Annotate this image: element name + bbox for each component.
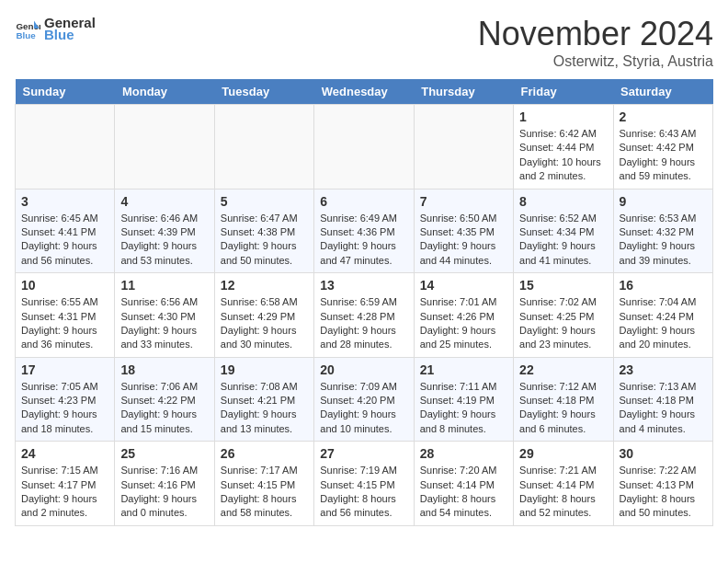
day-info: Sunrise: 6:50 AM Sunset: 4:35 PM Dayligh… bbox=[420, 212, 507, 269]
calendar-cell: 18Sunrise: 7:06 AM Sunset: 4:22 PM Dayli… bbox=[115, 357, 214, 442]
day-number: 3 bbox=[21, 194, 108, 209]
week-row-2: 3Sunrise: 6:45 AM Sunset: 4:41 PM Daylig… bbox=[16, 189, 713, 273]
day-number: 23 bbox=[620, 362, 707, 377]
day-info: Sunrise: 6:55 AM Sunset: 4:31 PM Dayligh… bbox=[21, 295, 108, 352]
day-number: 8 bbox=[519, 194, 607, 209]
calendar-cell: 10Sunrise: 6:55 AM Sunset: 4:31 PM Dayli… bbox=[16, 273, 115, 358]
calendar-cell: 11Sunrise: 6:56 AM Sunset: 4:30 PM Dayli… bbox=[115, 273, 214, 358]
day-info: Sunrise: 7:09 AM Sunset: 4:20 PM Dayligh… bbox=[320, 380, 407, 437]
calendar-cell: 27Sunrise: 7:19 AM Sunset: 4:15 PM Dayli… bbox=[314, 442, 414, 526]
week-row-1: 1Sunrise: 6:42 AM Sunset: 4:44 PM Daylig… bbox=[16, 105, 713, 190]
calendar-cell: 25Sunrise: 7:16 AM Sunset: 4:16 PM Dayli… bbox=[115, 442, 214, 526]
calendar-cell: 6Sunrise: 6:49 AM Sunset: 4:36 PM Daylig… bbox=[314, 189, 414, 273]
day-info: Sunrise: 7:04 AM Sunset: 4:24 PM Dayligh… bbox=[620, 295, 707, 352]
day-info: Sunrise: 7:02 AM Sunset: 4:25 PM Dayligh… bbox=[519, 295, 607, 352]
calendar-cell: 26Sunrise: 7:17 AM Sunset: 4:15 PM Dayli… bbox=[214, 442, 313, 526]
day-number: 22 bbox=[519, 362, 607, 377]
day-number: 28 bbox=[420, 446, 507, 461]
day-number: 6 bbox=[320, 194, 407, 209]
logo-icon: General Blue bbox=[15, 16, 40, 41]
day-number: 7 bbox=[420, 194, 507, 209]
calendar-cell bbox=[414, 105, 513, 190]
calendar-cell: 21Sunrise: 7:11 AM Sunset: 4:19 PM Dayli… bbox=[414, 357, 513, 442]
day-info: Sunrise: 6:49 AM Sunset: 4:36 PM Dayligh… bbox=[320, 212, 407, 269]
day-info: Sunrise: 7:13 AM Sunset: 4:18 PM Dayligh… bbox=[620, 380, 707, 437]
day-info: Sunrise: 6:56 AM Sunset: 4:30 PM Dayligh… bbox=[120, 295, 208, 352]
day-number: 1 bbox=[519, 109, 607, 124]
calendar-cell bbox=[115, 105, 214, 190]
day-info: Sunrise: 6:42 AM Sunset: 4:44 PM Dayligh… bbox=[519, 127, 607, 184]
weekday-header-row: SundayMondayTuesdayWednesdayThursdayFrid… bbox=[16, 79, 713, 105]
weekday-wednesday: Wednesday bbox=[314, 79, 414, 105]
day-info: Sunrise: 7:15 AM Sunset: 4:17 PM Dayligh… bbox=[21, 464, 108, 521]
calendar-cell: 23Sunrise: 7:13 AM Sunset: 4:18 PM Dayli… bbox=[613, 357, 712, 442]
day-number: 4 bbox=[120, 194, 208, 209]
day-number: 26 bbox=[221, 446, 308, 461]
logo: General Blue General Blue bbox=[15, 15, 96, 42]
day-number: 20 bbox=[320, 362, 407, 377]
weekday-thursday: Thursday bbox=[414, 79, 513, 105]
day-info: Sunrise: 6:53 AM Sunset: 4:32 PM Dayligh… bbox=[620, 212, 707, 269]
day-info: Sunrise: 7:20 AM Sunset: 4:14 PM Dayligh… bbox=[420, 464, 507, 521]
day-info: Sunrise: 6:59 AM Sunset: 4:28 PM Dayligh… bbox=[320, 295, 407, 352]
weekday-sunday: Sunday bbox=[16, 79, 115, 105]
calendar-cell: 15Sunrise: 7:02 AM Sunset: 4:25 PM Dayli… bbox=[514, 273, 613, 358]
calendar-cell bbox=[314, 105, 414, 190]
calendar-cell: 16Sunrise: 7:04 AM Sunset: 4:24 PM Dayli… bbox=[613, 273, 712, 358]
week-row-5: 24Sunrise: 7:15 AM Sunset: 4:17 PM Dayli… bbox=[16, 442, 713, 526]
day-info: Sunrise: 6:45 AM Sunset: 4:41 PM Dayligh… bbox=[21, 212, 108, 269]
day-number: 30 bbox=[620, 446, 707, 461]
calendar-cell: 12Sunrise: 6:58 AM Sunset: 4:29 PM Dayli… bbox=[214, 273, 313, 358]
calendar-cell: 8Sunrise: 6:52 AM Sunset: 4:34 PM Daylig… bbox=[514, 189, 613, 273]
day-number: 13 bbox=[320, 278, 407, 293]
calendar-cell: 17Sunrise: 7:05 AM Sunset: 4:23 PM Dayli… bbox=[16, 357, 115, 442]
day-number: 21 bbox=[420, 362, 507, 377]
day-info: Sunrise: 6:58 AM Sunset: 4:29 PM Dayligh… bbox=[221, 295, 308, 352]
weekday-tuesday: Tuesday bbox=[214, 79, 313, 105]
week-row-4: 17Sunrise: 7:05 AM Sunset: 4:23 PM Dayli… bbox=[16, 357, 713, 442]
calendar-cell bbox=[214, 105, 313, 190]
svg-text:Blue: Blue bbox=[16, 30, 36, 40]
day-info: Sunrise: 6:46 AM Sunset: 4:39 PM Dayligh… bbox=[120, 212, 208, 269]
day-number: 24 bbox=[21, 446, 108, 461]
calendar-cell: 13Sunrise: 6:59 AM Sunset: 4:28 PM Dayli… bbox=[314, 273, 414, 358]
day-info: Sunrise: 6:47 AM Sunset: 4:38 PM Dayligh… bbox=[221, 212, 308, 269]
day-info: Sunrise: 7:11 AM Sunset: 4:19 PM Dayligh… bbox=[420, 380, 507, 437]
day-info: Sunrise: 7:12 AM Sunset: 4:18 PM Dayligh… bbox=[519, 380, 607, 437]
weekday-monday: Monday bbox=[115, 79, 214, 105]
day-info: Sunrise: 7:17 AM Sunset: 4:15 PM Dayligh… bbox=[221, 464, 308, 521]
day-number: 18 bbox=[120, 362, 208, 377]
day-info: Sunrise: 7:19 AM Sunset: 4:15 PM Dayligh… bbox=[320, 464, 407, 521]
day-number: 9 bbox=[620, 194, 707, 209]
calendar-body: 1Sunrise: 6:42 AM Sunset: 4:44 PM Daylig… bbox=[16, 105, 713, 526]
day-info: Sunrise: 6:52 AM Sunset: 4:34 PM Dayligh… bbox=[519, 212, 607, 269]
calendar-cell: 1Sunrise: 6:42 AM Sunset: 4:44 PM Daylig… bbox=[514, 105, 613, 190]
day-number: 27 bbox=[320, 446, 407, 461]
day-number: 5 bbox=[221, 194, 308, 209]
calendar-cell: 20Sunrise: 7:09 AM Sunset: 4:20 PM Dayli… bbox=[314, 357, 414, 442]
calendar-cell: 7Sunrise: 6:50 AM Sunset: 4:35 PM Daylig… bbox=[414, 189, 513, 273]
header: General Blue General Blue November 2024 … bbox=[15, 15, 713, 70]
week-row-3: 10Sunrise: 6:55 AM Sunset: 4:31 PM Dayli… bbox=[16, 273, 713, 358]
day-info: Sunrise: 7:01 AM Sunset: 4:26 PM Dayligh… bbox=[420, 295, 507, 352]
day-number: 12 bbox=[221, 278, 308, 293]
day-info: Sunrise: 7:06 AM Sunset: 4:22 PM Dayligh… bbox=[120, 380, 208, 437]
calendar-cell: 4Sunrise: 6:46 AM Sunset: 4:39 PM Daylig… bbox=[115, 189, 214, 273]
day-info: Sunrise: 6:43 AM Sunset: 4:42 PM Dayligh… bbox=[620, 127, 707, 184]
day-number: 29 bbox=[519, 446, 607, 461]
calendar-cell: 19Sunrise: 7:08 AM Sunset: 4:21 PM Dayli… bbox=[214, 357, 313, 442]
day-info: Sunrise: 7:22 AM Sunset: 4:13 PM Dayligh… bbox=[620, 464, 707, 521]
day-number: 17 bbox=[21, 362, 108, 377]
day-number: 11 bbox=[120, 278, 208, 293]
day-number: 15 bbox=[519, 278, 607, 293]
weekday-saturday: Saturday bbox=[613, 79, 712, 105]
day-info: Sunrise: 7:08 AM Sunset: 4:21 PM Dayligh… bbox=[221, 380, 308, 437]
calendar-cell bbox=[16, 105, 115, 190]
calendar-cell: 24Sunrise: 7:15 AM Sunset: 4:17 PM Dayli… bbox=[16, 442, 115, 526]
calendar-cell: 5Sunrise: 6:47 AM Sunset: 4:38 PM Daylig… bbox=[214, 189, 313, 273]
calendar-cell: 28Sunrise: 7:20 AM Sunset: 4:14 PM Dayli… bbox=[414, 442, 513, 526]
day-info: Sunrise: 7:21 AM Sunset: 4:14 PM Dayligh… bbox=[519, 464, 607, 521]
day-number: 25 bbox=[120, 446, 208, 461]
day-number: 2 bbox=[620, 109, 707, 124]
day-number: 10 bbox=[21, 278, 108, 293]
